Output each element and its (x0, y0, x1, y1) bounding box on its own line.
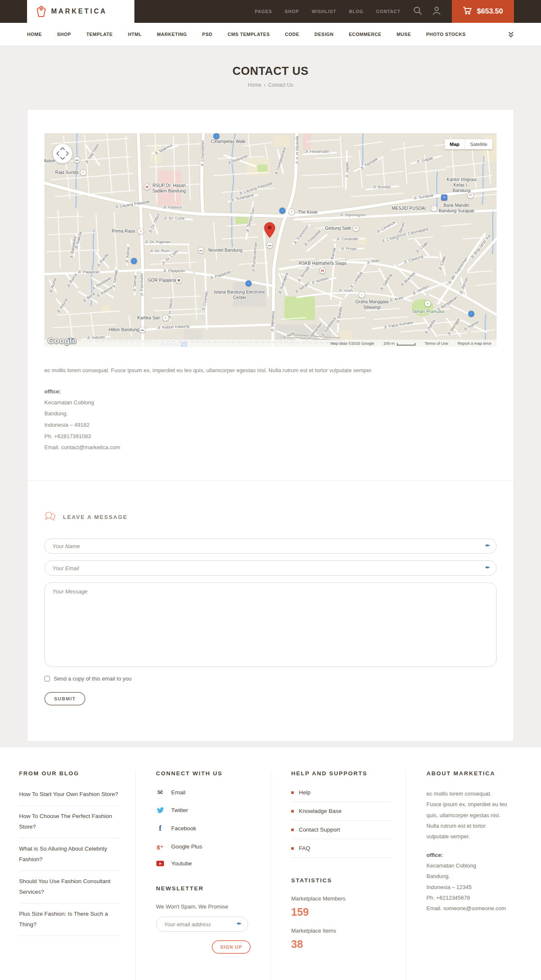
bullet-icon (291, 829, 294, 831)
blog-post-link[interactable]: Plus Size Fashion: Is There Such a Thing… (19, 903, 121, 936)
bullet-icon (291, 810, 294, 813)
newsletter-heading: NEWSLETTER (156, 885, 256, 892)
social-label: Twitter (171, 807, 188, 813)
category-nav-item[interactable]: MARKETING (157, 32, 187, 37)
map-label: Jl. Dr. Rum (150, 248, 170, 253)
logo[interactable]: MARKETICA (27, 0, 134, 23)
social-link-twitter[interactable]: Twitter (156, 807, 256, 814)
submit-button[interactable]: SUBMIT (44, 692, 85, 705)
blog-heading: FROM OUR BLOG (19, 770, 121, 777)
map-poi-icon: → (190, 269, 197, 275)
email-icon: ✉ (156, 788, 164, 796)
breadcrumb-home-link[interactable]: Home (248, 82, 261, 88)
chat-bubbles-icon (44, 511, 56, 522)
social-link-youtube[interactable]: Youtube (156, 860, 256, 867)
help-link[interactable]: FAQ (291, 839, 391, 858)
map-scale-bar (397, 343, 415, 346)
about-heading: ABOUT MARKETICA (426, 770, 508, 777)
send-copy-checkbox[interactable] (44, 676, 50, 681)
top-nav-item[interactable]: CONTACT (376, 9, 401, 14)
map-label: Jl. Japati (344, 162, 350, 178)
top-nav-item[interactable]: BLOG (349, 9, 363, 14)
map-label: Raja Sunda (55, 170, 79, 175)
pen-icon: ✒ (485, 542, 490, 549)
map-label: Jl. Pasteur (163, 205, 182, 210)
name-input[interactable] (44, 538, 497, 554)
top-nav-item[interactable]: PAGES (255, 9, 272, 14)
map-poi-icon: ▬ (198, 247, 204, 253)
category-nav-item[interactable]: HTML (128, 32, 142, 37)
category-nav-item[interactable]: HOME (27, 32, 42, 37)
map-type-map-button[interactable]: Map (445, 139, 465, 149)
about-address-line: Email. someone@someone.com (426, 903, 508, 914)
pen-icon: ✒ (485, 564, 490, 571)
map-label: The Kiosk (298, 209, 318, 215)
category-nav-item[interactable]: TEMPLATE (86, 32, 112, 37)
category-nav-item[interactable]: PHOTO STOCKS (426, 32, 466, 37)
category-nav-item[interactable]: ECOMMERCE (349, 32, 381, 37)
map-label: Jl. Diponegoro (340, 212, 366, 217)
email-input[interactable] (44, 560, 497, 576)
help-link[interactable]: Contact Support (291, 821, 391, 839)
facebook-icon: f (156, 824, 164, 833)
map-label: Jl. Progo (341, 246, 357, 251)
email-field-wrap: ✒ (44, 560, 497, 576)
newsletter-email-input[interactable] (156, 917, 248, 932)
category-nav-item[interactable]: CMS TEMPLATES (227, 32, 270, 37)
map-label: Jl. Dr. Rajiman (145, 239, 171, 244)
report-map-error-link[interactable]: Report a map error (458, 341, 492, 346)
blog-post-link[interactable]: What is So Alluring About Celebrity Fash… (19, 838, 121, 871)
map-label: Jl. Semar (132, 275, 137, 292)
terms-of-use-link[interactable]: Terms of Use (425, 341, 448, 346)
blog-post-link[interactable]: Should You Use Fashion Consultant Servic… (19, 871, 121, 903)
breadcrumb-current: Contact Us (268, 82, 293, 88)
youtube-icon (156, 861, 164, 866)
office-address-line: Ph. +62817391083 (44, 431, 497, 442)
help-link[interactable]: Knowladge Base (291, 802, 391, 821)
social-link-email[interactable]: ✉ Email (156, 788, 256, 796)
category-nav-item[interactable]: SHOP (57, 32, 71, 37)
map-location-pin[interactable] (264, 222, 276, 240)
help-link[interactable]: Help (291, 788, 391, 802)
pen-icon: ✒ (236, 920, 242, 928)
send-copy-row[interactable]: Send a copy of this email to you (44, 675, 497, 682)
top-nav-item[interactable]: WISHLIST (311, 9, 336, 14)
breadcrumb-separator: › (264, 82, 265, 88)
about-office-label: office: (426, 850, 508, 860)
stats-heading: STATISTICS (291, 877, 391, 884)
map-poi-icon: ▫ (131, 258, 137, 264)
map-label: Jl. Bondol (373, 184, 391, 189)
social-label: Google Plus (171, 843, 202, 850)
google-map[interactable]: Cihampelas WalkAstonRaja SundaJl. Haji Y… (44, 133, 497, 347)
cart-button[interactable]: $653.50 (452, 0, 514, 23)
category-nav-item[interactable]: DESIGN (314, 32, 333, 37)
signup-button[interactable]: SIGN UP (212, 940, 251, 954)
office-address-line: Email. contact@marketica.com (44, 442, 497, 453)
category-nav-item[interactable]: PSD (202, 32, 212, 37)
help-link-label: Knowladge Base (299, 808, 342, 814)
map-pan-control[interactable] (53, 144, 72, 163)
top-nav-item[interactable]: SHOP (285, 9, 299, 14)
search-icon[interactable] (413, 6, 422, 17)
more-categories-chevron-icon[interactable] (508, 31, 514, 38)
blog-post-link[interactable]: How To Start Your Own Fashion Store? (19, 788, 121, 806)
social-link-googleplus[interactable]: g+ Google Plus (156, 843, 256, 850)
office-address-line: Bandung. (44, 408, 497, 420)
category-nav-item[interactable]: MUSE (396, 32, 411, 37)
footer: FROM OUR BLOG How To Start Your Own Fash… (0, 747, 541, 980)
map-label: GOR Pajajaran (148, 277, 178, 283)
bullet-icon (291, 847, 294, 850)
top-nav: PAGESSHOPWISHLISTBLOGCONTACT (255, 9, 401, 14)
category-nav-item[interactable]: CODE (285, 32, 299, 37)
map-attribution: Map data ©2015 Google 200 m Terms of Use… (44, 340, 497, 347)
blog-post-link[interactable]: How To Choose The Perfect Fashion Store? (19, 806, 121, 838)
cart-icon (463, 6, 472, 17)
map-type-satellite-button[interactable]: Satellite (465, 139, 492, 149)
breadcrumb: Home›Contact Us (0, 82, 541, 88)
map-poi-icon: ▬ (139, 327, 145, 333)
social-link-facebook[interactable]: f Facebook (156, 824, 256, 833)
message-textarea[interactable] (44, 582, 497, 667)
map-poi-icon: ▪ (359, 292, 365, 298)
map-label: Jl. Pajajaran (163, 268, 185, 273)
user-icon[interactable] (432, 6, 441, 17)
